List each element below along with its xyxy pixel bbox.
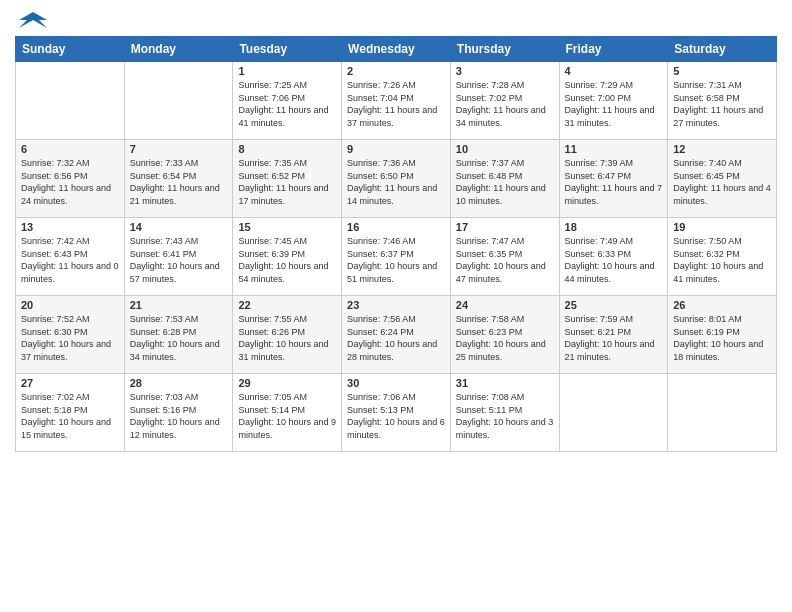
day-number: 10 <box>456 143 554 155</box>
day-number: 4 <box>565 65 663 77</box>
day-number: 29 <box>238 377 336 389</box>
day-info: Sunrise: 7:55 AM Sunset: 6:26 PM Dayligh… <box>238 313 336 363</box>
day-info: Sunrise: 7:49 AM Sunset: 6:33 PM Dayligh… <box>565 235 663 285</box>
calendar-cell: 20Sunrise: 7:52 AM Sunset: 6:30 PM Dayli… <box>16 296 125 374</box>
calendar-cell <box>124 62 233 140</box>
calendar-cell <box>16 62 125 140</box>
day-info: Sunrise: 7:45 AM Sunset: 6:39 PM Dayligh… <box>238 235 336 285</box>
day-number: 3 <box>456 65 554 77</box>
day-info: Sunrise: 7:25 AM Sunset: 7:06 PM Dayligh… <box>238 79 336 129</box>
day-number: 9 <box>347 143 445 155</box>
day-info: Sunrise: 7:32 AM Sunset: 6:56 PM Dayligh… <box>21 157 119 207</box>
day-number: 25 <box>565 299 663 311</box>
day-number: 12 <box>673 143 771 155</box>
calendar-cell: 7Sunrise: 7:33 AM Sunset: 6:54 PM Daylig… <box>124 140 233 218</box>
calendar-week-row: 13Sunrise: 7:42 AM Sunset: 6:43 PM Dayli… <box>16 218 777 296</box>
day-number: 6 <box>21 143 119 155</box>
day-number: 7 <box>130 143 228 155</box>
calendar-cell: 6Sunrise: 7:32 AM Sunset: 6:56 PM Daylig… <box>16 140 125 218</box>
day-info: Sunrise: 7:26 AM Sunset: 7:04 PM Dayligh… <box>347 79 445 129</box>
day-info: Sunrise: 7:53 AM Sunset: 6:28 PM Dayligh… <box>130 313 228 363</box>
day-info: Sunrise: 7:56 AM Sunset: 6:24 PM Dayligh… <box>347 313 445 363</box>
day-info: Sunrise: 7:39 AM Sunset: 6:47 PM Dayligh… <box>565 157 663 207</box>
calendar-cell: 8Sunrise: 7:35 AM Sunset: 6:52 PM Daylig… <box>233 140 342 218</box>
calendar-week-row: 20Sunrise: 7:52 AM Sunset: 6:30 PM Dayli… <box>16 296 777 374</box>
day-info: Sunrise: 7:06 AM Sunset: 5:13 PM Dayligh… <box>347 391 445 441</box>
calendar-day-header: Wednesday <box>342 37 451 62</box>
day-number: 22 <box>238 299 336 311</box>
day-info: Sunrise: 7:58 AM Sunset: 6:23 PM Dayligh… <box>456 313 554 363</box>
calendar-day-header: Monday <box>124 37 233 62</box>
calendar-cell: 15Sunrise: 7:45 AM Sunset: 6:39 PM Dayli… <box>233 218 342 296</box>
logo-bird-icon <box>19 10 47 32</box>
day-number: 30 <box>347 377 445 389</box>
calendar-cell: 3Sunrise: 7:28 AM Sunset: 7:02 PM Daylig… <box>450 62 559 140</box>
calendar-day-header: Friday <box>559 37 668 62</box>
logo <box>15 10 47 28</box>
calendar-cell <box>559 374 668 452</box>
calendar-cell: 5Sunrise: 7:31 AM Sunset: 6:58 PM Daylig… <box>668 62 777 140</box>
calendar-cell: 1Sunrise: 7:25 AM Sunset: 7:06 PM Daylig… <box>233 62 342 140</box>
calendar-week-row: 6Sunrise: 7:32 AM Sunset: 6:56 PM Daylig… <box>16 140 777 218</box>
calendar-cell: 11Sunrise: 7:39 AM Sunset: 6:47 PM Dayli… <box>559 140 668 218</box>
calendar-cell: 26Sunrise: 8:01 AM Sunset: 6:19 PM Dayli… <box>668 296 777 374</box>
day-info: Sunrise: 7:43 AM Sunset: 6:41 PM Dayligh… <box>130 235 228 285</box>
day-number: 28 <box>130 377 228 389</box>
calendar-cell: 10Sunrise: 7:37 AM Sunset: 6:48 PM Dayli… <box>450 140 559 218</box>
calendar-cell: 4Sunrise: 7:29 AM Sunset: 7:00 PM Daylig… <box>559 62 668 140</box>
day-info: Sunrise: 7:28 AM Sunset: 7:02 PM Dayligh… <box>456 79 554 129</box>
calendar-cell: 30Sunrise: 7:06 AM Sunset: 5:13 PM Dayli… <box>342 374 451 452</box>
day-number: 13 <box>21 221 119 233</box>
day-number: 27 <box>21 377 119 389</box>
day-info: Sunrise: 7:03 AM Sunset: 5:16 PM Dayligh… <box>130 391 228 441</box>
calendar-cell: 12Sunrise: 7:40 AM Sunset: 6:45 PM Dayli… <box>668 140 777 218</box>
day-info: Sunrise: 7:02 AM Sunset: 5:18 PM Dayligh… <box>21 391 119 441</box>
calendar-day-header: Tuesday <box>233 37 342 62</box>
day-info: Sunrise: 7:33 AM Sunset: 6:54 PM Dayligh… <box>130 157 228 207</box>
calendar-cell: 19Sunrise: 7:50 AM Sunset: 6:32 PM Dayli… <box>668 218 777 296</box>
calendar-cell: 18Sunrise: 7:49 AM Sunset: 6:33 PM Dayli… <box>559 218 668 296</box>
calendar-cell: 17Sunrise: 7:47 AM Sunset: 6:35 PM Dayli… <box>450 218 559 296</box>
calendar-cell: 14Sunrise: 7:43 AM Sunset: 6:41 PM Dayli… <box>124 218 233 296</box>
day-number: 8 <box>238 143 336 155</box>
calendar-day-header: Sunday <box>16 37 125 62</box>
day-info: Sunrise: 7:42 AM Sunset: 6:43 PM Dayligh… <box>21 235 119 285</box>
svg-marker-0 <box>19 12 47 28</box>
calendar-cell: 21Sunrise: 7:53 AM Sunset: 6:28 PM Dayli… <box>124 296 233 374</box>
day-number: 23 <box>347 299 445 311</box>
calendar-cell: 28Sunrise: 7:03 AM Sunset: 5:16 PM Dayli… <box>124 374 233 452</box>
page: SundayMondayTuesdayWednesdayThursdayFrid… <box>0 0 792 462</box>
calendar-cell: 29Sunrise: 7:05 AM Sunset: 5:14 PM Dayli… <box>233 374 342 452</box>
calendar-table: SundayMondayTuesdayWednesdayThursdayFrid… <box>15 36 777 452</box>
day-number: 2 <box>347 65 445 77</box>
day-number: 5 <box>673 65 771 77</box>
calendar-cell: 24Sunrise: 7:58 AM Sunset: 6:23 PM Dayli… <box>450 296 559 374</box>
calendar-cell: 13Sunrise: 7:42 AM Sunset: 6:43 PM Dayli… <box>16 218 125 296</box>
calendar-cell: 27Sunrise: 7:02 AM Sunset: 5:18 PM Dayli… <box>16 374 125 452</box>
day-number: 18 <box>565 221 663 233</box>
calendar-cell <box>668 374 777 452</box>
day-number: 26 <box>673 299 771 311</box>
day-number: 15 <box>238 221 336 233</box>
day-number: 20 <box>21 299 119 311</box>
calendar-cell: 16Sunrise: 7:46 AM Sunset: 6:37 PM Dayli… <box>342 218 451 296</box>
day-number: 11 <box>565 143 663 155</box>
day-number: 31 <box>456 377 554 389</box>
day-number: 21 <box>130 299 228 311</box>
day-info: Sunrise: 7:29 AM Sunset: 7:00 PM Dayligh… <box>565 79 663 129</box>
day-info: Sunrise: 8:01 AM Sunset: 6:19 PM Dayligh… <box>673 313 771 363</box>
day-number: 14 <box>130 221 228 233</box>
day-number: 16 <box>347 221 445 233</box>
day-info: Sunrise: 7:08 AM Sunset: 5:11 PM Dayligh… <box>456 391 554 441</box>
day-info: Sunrise: 7:37 AM Sunset: 6:48 PM Dayligh… <box>456 157 554 207</box>
day-info: Sunrise: 7:47 AM Sunset: 6:35 PM Dayligh… <box>456 235 554 285</box>
day-info: Sunrise: 7:36 AM Sunset: 6:50 PM Dayligh… <box>347 157 445 207</box>
calendar-cell: 31Sunrise: 7:08 AM Sunset: 5:11 PM Dayli… <box>450 374 559 452</box>
calendar-cell: 25Sunrise: 7:59 AM Sunset: 6:21 PM Dayli… <box>559 296 668 374</box>
calendar-week-row: 1Sunrise: 7:25 AM Sunset: 7:06 PM Daylig… <box>16 62 777 140</box>
day-info: Sunrise: 7:52 AM Sunset: 6:30 PM Dayligh… <box>21 313 119 363</box>
day-info: Sunrise: 7:35 AM Sunset: 6:52 PM Dayligh… <box>238 157 336 207</box>
calendar-cell: 2Sunrise: 7:26 AM Sunset: 7:04 PM Daylig… <box>342 62 451 140</box>
day-info: Sunrise: 7:05 AM Sunset: 5:14 PM Dayligh… <box>238 391 336 441</box>
day-number: 24 <box>456 299 554 311</box>
